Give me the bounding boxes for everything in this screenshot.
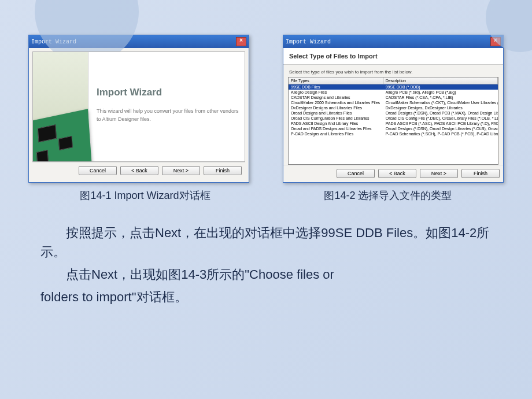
import-wizard-dialog-2: Import Wizard × Select Type of Files to …	[283, 35, 504, 183]
select-type-prompt: Select the type of files you wish to imp…	[283, 65, 503, 77]
pcb-art	[32, 109, 93, 162]
cell-description: P-CAD Schematics (*.SCH), P-CAD PCB (*.P…	[383, 131, 498, 136]
cell-description: PADS ASCII PCB (*.ASC), PADS ASCII PCB L…	[383, 121, 498, 126]
table-row[interactable]: DxDesigner Designs and Libraries FilesDx…	[289, 105, 498, 110]
cell-file-type: CircuitMaker 2000 Schematics and Librari…	[289, 100, 383, 105]
cell-description: CircuitMaker Schematics (*.CKT), Circuit…	[383, 100, 498, 105]
cell-file-type: P-CAD Designs and Libraries Files	[289, 131, 383, 136]
table-row[interactable]: 99SE DDB Files99SE DDB (*.DDB)	[289, 84, 498, 90]
cell-description: DxDesigner Designs, DxDesigner Libraries	[383, 105, 498, 110]
import-wizard-dialog-1: Import Wizard × Import Wizard This wizar…	[28, 35, 249, 183]
wizard-content: Import Wizard This wizard will help you …	[97, 87, 239, 123]
dialog-body: Select Type of Files to Import Select th…	[283, 48, 503, 182]
table-header: File Types Description	[289, 77, 498, 84]
wizard-description: This wizard will help you convert your f…	[97, 108, 239, 123]
caption-row: 图14-1 Import Wizard对话框 图14-2 选择导入文件的类型	[0, 189, 532, 202]
dialog-body: Import Wizard This wizard will help you …	[29, 48, 249, 182]
paragraph-2a: 点击Next，出现如图14-3所示的"Choose files or	[40, 265, 492, 284]
cell-file-type: Orcad Designs and Libraries Files	[289, 110, 383, 116]
table-row[interactable]: Orcad CIS Configuration Files and Librar…	[289, 116, 498, 121]
cell-description: CADSTAR Files (*.CSA, *.CPA, *.LIB)	[383, 95, 498, 100]
cell-file-type: CADSTAR Designs and Libraries	[289, 95, 383, 100]
file-types-table: File Types Description 99SE DDB Files99S…	[288, 77, 498, 165]
next-button[interactable]: Next >	[162, 166, 200, 175]
cancel-button[interactable]: Cancel	[79, 166, 117, 175]
table-row[interactable]: PADS ASCII Design And Library FilesPADS …	[289, 121, 498, 126]
select-type-header: Select Type of Files to Import	[283, 48, 503, 65]
chip-art	[38, 124, 57, 142]
close-icon[interactable]: ×	[236, 37, 246, 46]
finish-button[interactable]: Finish	[204, 166, 242, 175]
caption-14-1: 图14-1 Import Wizard对话框	[80, 189, 210, 202]
button-row: Cancel < Back Next > Finish	[32, 162, 245, 179]
titlebar: Import Wizard ×	[283, 35, 503, 48]
wizard-heading: Import Wizard	[97, 87, 239, 98]
cell-file-type: PADS ASCII Design And Library Files	[289, 121, 383, 126]
cell-description: Allegro PCB (*.brd), Allegro PCB (*.alg)	[383, 90, 498, 95]
wizard-page: Import Wizard This wizard will help you …	[32, 51, 245, 162]
chip-art	[36, 150, 49, 162]
cell-description: Orcad CIS Config File (*.DBC), Orcad Lib…	[383, 116, 498, 121]
table-row[interactable]: P-CAD Designs and Libraries FilesP-CAD S…	[289, 131, 498, 136]
next-button[interactable]: Next >	[420, 169, 458, 178]
table-row[interactable]: Orcad Designs and Libraries FilesOrcad D…	[289, 110, 498, 116]
cancel-button[interactable]: Cancel	[337, 169, 375, 178]
cell-description: Orcad Designs (*.DSN), Orcad Design Libr…	[383, 126, 498, 131]
button-row: Cancel < Back Next > Finish	[283, 165, 503, 182]
col-description[interactable]: Description	[383, 77, 498, 84]
table-row[interactable]: CircuitMaker 2000 Schematics and Librari…	[289, 100, 498, 105]
table-body: 99SE DDB Files99SE DDB (*.DDB)Allegro De…	[289, 84, 498, 136]
body-text: 按照提示，点击Next，在出现的对话框中选择99SE DDB Files。如图1…	[0, 202, 532, 306]
cell-file-type: Orcad CIS Configuration Files and Librar…	[289, 116, 383, 121]
cell-description: 99SE DDB (*.DDB)	[383, 84, 498, 90]
table-row[interactable]: Orcad and PADS Designs and Libraries Fil…	[289, 126, 498, 131]
cell-file-type: Allegro Design Files	[289, 90, 383, 95]
table-row[interactable]: Allegro Design FilesAllegro PCB (*.brd),…	[289, 90, 498, 95]
back-button[interactable]: < Back	[378, 169, 416, 178]
back-button[interactable]: < Back	[120, 166, 158, 175]
col-file-types[interactable]: File Types	[289, 77, 383, 84]
chip-art	[58, 136, 73, 150]
cell-file-type: Orcad and PADS Designs and Libraries Fil…	[289, 126, 383, 131]
table-row[interactable]: CADSTAR Designs and LibrariesCADSTAR Fil…	[289, 95, 498, 100]
wizard-sidebar-art	[33, 52, 88, 161]
cell-file-type: DxDesigner Designs and Libraries Files	[289, 105, 383, 110]
window-title: Import Wizard	[286, 39, 331, 45]
caption-14-2: 图14-2 选择导入文件的类型	[324, 189, 452, 202]
paragraph-2b: folders to import"对话框。	[40, 287, 492, 306]
cell-file-type: 99SE DDB Files	[289, 84, 383, 90]
cell-description: Orcad Designs (*.DSN), Orcad PCB (*.MAX)…	[383, 110, 498, 116]
finish-button[interactable]: Finish	[461, 169, 500, 178]
paragraph-1: 按照提示，点击Next，在出现的对话框中选择99SE DDB Files。如图1…	[40, 223, 492, 261]
